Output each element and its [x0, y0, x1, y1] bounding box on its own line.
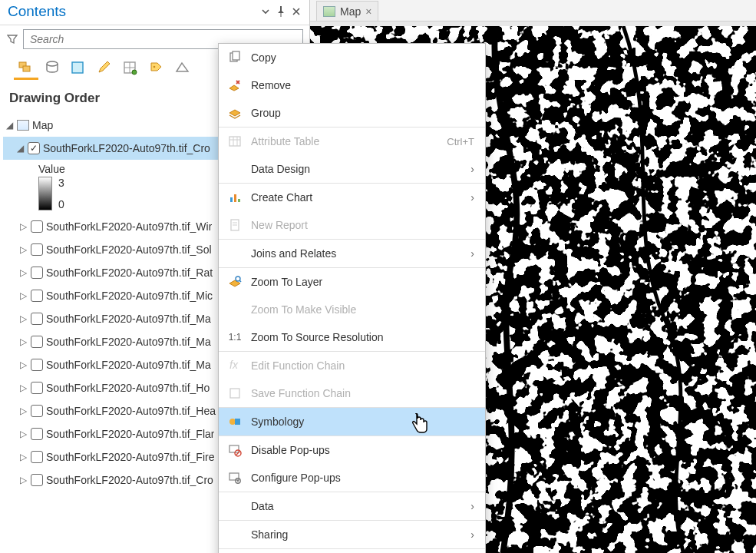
layer-checkbox[interactable] [31, 382, 43, 394]
ctx-symbology[interactable]: Symbology [219, 408, 485, 435]
layer-name: SouthForkLF2020-Auto97th.tif_Sol [46, 243, 212, 256]
ctx-configure-popups[interactable]: Configure Pop-ups [219, 464, 485, 492]
map-tab-label: Map [340, 5, 361, 18]
layer-name: SouthForkLF2020-Auto97th.tif_Rat [46, 267, 213, 279]
layer-name: SouthForkLF2020-Auto97th.tif_Cro [43, 142, 210, 154]
ctx-save-function-chain: Save Function Chain [219, 379, 485, 407]
expand-arrow-icon[interactable]: ▷ [18, 267, 28, 278]
svg-rect-26 [230, 389, 239, 398]
layer-checkbox[interactable] [31, 359, 43, 371]
map-icon [17, 120, 29, 131]
ctx-edit-function-chain: fx Edit Function Chain [219, 352, 485, 379]
expand-arrow-icon[interactable]: ▷ [18, 475, 28, 485]
list-by-source-button[interactable] [40, 57, 64, 80]
list-by-snapping-button[interactable] [118, 57, 143, 80]
expand-arrow-icon[interactable]: ▷ [18, 382, 28, 393]
svg-rect-12 [233, 51, 239, 60]
svg-rect-17 [230, 197, 233, 202]
copy-icon [226, 49, 243, 66]
list-by-editing-button[interactable] [92, 57, 117, 80]
layer-name: SouthForkLF2020-Auto97th.tif_Mic [46, 290, 213, 302]
ctx-group[interactable]: Group [219, 99, 485, 127]
expand-arrow-icon[interactable]: ▷ [18, 313, 28, 324]
ctx-zoom-to-source-res[interactable]: 1:1 Zoom To Source Resolution [219, 323, 485, 351]
configure-popups-icon [226, 469, 243, 486]
svg-line-24 [239, 280, 241, 282]
svg-rect-32 [229, 473, 239, 480]
collapse-arrow-icon[interactable]: ◢ [15, 143, 25, 154]
map-label: Map [32, 119, 53, 131]
ctx-zoom-to-layer[interactable]: Zoom To Layer [219, 268, 485, 296]
layer-checkbox[interactable] [31, 313, 43, 325]
disable-popups-icon [226, 442, 243, 459]
list-by-selection-button[interactable] [66, 57, 91, 80]
ctx-create-chart[interactable]: Create Chart › [219, 184, 485, 211]
ctx-remove[interactable]: Remove [219, 71, 485, 99]
svg-point-2 [47, 61, 58, 66]
pin-icon[interactable] [274, 5, 288, 18]
ctx-copy[interactable]: Copy [219, 44, 485, 71]
chevron-right-icon: › [470, 528, 474, 541]
expand-arrow-icon[interactable]: ▷ [18, 290, 28, 301]
ramp-min: 0 [58, 198, 64, 210]
layer-checkbox[interactable] [31, 290, 43, 302]
close-icon[interactable]: × [365, 5, 371, 18]
svg-rect-19 [238, 199, 240, 202]
list-by-perspective-button[interactable] [170, 57, 195, 80]
layer-checkbox[interactable] [31, 220, 43, 233]
svg-rect-29 [229, 445, 239, 452]
ctx-disable-popups[interactable]: Disable Pop-ups [219, 436, 485, 464]
report-icon [226, 217, 243, 233]
list-by-drawing-order-button[interactable] [14, 57, 38, 80]
map-view-tab[interactable]: Map × [316, 1, 378, 21]
ctx-attribute-table: Attribute Table Ctrl+T [219, 127, 485, 155]
layer-checkbox[interactable] [31, 451, 43, 463]
chart-icon [226, 189, 243, 206]
svg-point-34 [237, 480, 239, 482]
list-by-labeling-button[interactable] [144, 57, 169, 80]
ctx-data-design[interactable]: Data Design › [219, 155, 485, 183]
expand-arrow-icon[interactable]: ▷ [18, 406, 28, 416]
layer-context-menu: Copy Remove Group Attribute Table Ctrl+T… [218, 43, 486, 553]
zoom-layer-icon [226, 273, 243, 290]
layer-checkbox[interactable] [31, 336, 43, 348]
layer-checkbox[interactable] [31, 243, 43, 256]
svg-rect-13 [229, 137, 240, 146]
menu-chevron-icon[interactable] [259, 5, 272, 18]
svg-rect-18 [234, 194, 236, 202]
layer-checkbox[interactable] [31, 267, 43, 279]
layer-name: SouthForkLF2020-Auto97th.tif_Wir [46, 220, 212, 233]
expand-arrow-icon[interactable]: ▷ [18, 244, 28, 255]
layer-name: SouthForkLF2020-Auto97th.tif_Flar [46, 428, 214, 440]
expand-arrow-icon[interactable]: ▷ [18, 336, 28, 347]
layer-name: SouthForkLF2020-Auto97th.tif_Ma [46, 359, 211, 371]
fx-icon: fx [226, 357, 243, 374]
expand-arrow-icon[interactable]: ▷ [18, 359, 28, 370]
layer-name: SouthForkLF2020-Auto97th.tif_Cro [46, 474, 213, 486]
svg-point-7 [132, 70, 137, 75]
contents-title: Contents [8, 3, 66, 20]
table-icon [226, 133, 243, 150]
close-icon[interactable] [289, 5, 303, 18]
layer-checkbox[interactable] [31, 405, 43, 417]
symbology-icon [226, 413, 243, 430]
filter-icon[interactable] [6, 33, 18, 45]
ctx-joins-relates[interactable]: Joins and Relates › [219, 240, 485, 267]
chevron-right-icon: › [470, 163, 474, 175]
collapse-arrow-icon[interactable]: ◢ [5, 120, 14, 131]
ctx-sharing[interactable]: Sharing › [219, 521, 485, 548]
expand-arrow-icon[interactable]: ▷ [18, 221, 28, 232]
layer-name: SouthForkLF2020-Auto97th.tif_Fire [46, 451, 214, 463]
expand-arrow-icon[interactable]: ▷ [18, 452, 28, 462]
ctx-data[interactable]: Data › [219, 492, 485, 520]
layer-checkbox[interactable] [31, 428, 43, 440]
layer-name: SouthForkLF2020-Auto97th.tif_Hea [46, 405, 216, 417]
ctx-view-metadata[interactable]: View Metadata [219, 549, 485, 553]
ctx-zoom-to-visible: Zoom To Make Visible [219, 296, 485, 323]
layer-name: SouthForkLF2020-Auto97th.tif_Ma [46, 313, 211, 325]
layer-checkbox[interactable] [28, 142, 40, 154]
svg-point-8 [154, 65, 156, 68]
layer-checkbox[interactable] [31, 474, 43, 486]
ramp-max: 3 [58, 177, 64, 189]
expand-arrow-icon[interactable]: ▷ [18, 429, 28, 439]
